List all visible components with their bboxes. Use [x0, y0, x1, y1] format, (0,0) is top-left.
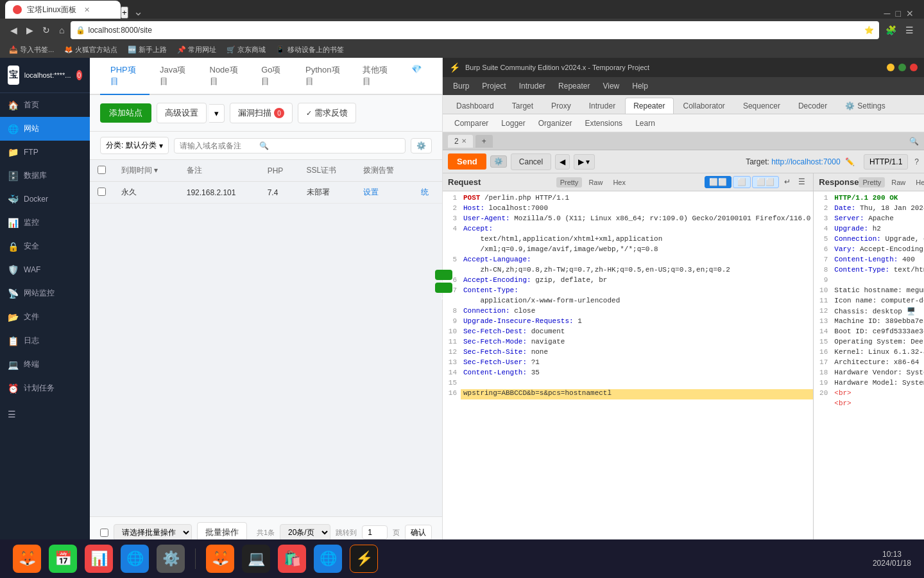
tab-intruder[interactable]: Intruder — [581, 98, 624, 114]
request-indent-icon[interactable]: ↵ — [782, 176, 793, 188]
gear-button[interactable]: ⚙️ — [490, 155, 507, 168]
sidebar-item-monitor[interactable]: 📊监控 — [0, 211, 90, 234]
taskbar-app-shop[interactable]: 🛍️ — [278, 545, 306, 573]
subtab-extensions[interactable]: Extensions — [578, 116, 629, 130]
response-tab-raw[interactable]: Raw — [887, 177, 909, 188]
taskbar-app-firefox2[interactable]: 🦊 — [206, 545, 234, 573]
reload-button[interactable]: ↻ — [40, 22, 53, 38]
sidebar-item-files[interactable]: 📂文件 — [0, 305, 90, 329]
taskbar-app-browser[interactable]: 🌐 — [121, 545, 149, 573]
search-icon[interactable]: 🔍 — [259, 141, 269, 150]
sidebar-item-webmon[interactable]: 📡网站监控 — [0, 281, 90, 305]
response-tab-pretty[interactable]: Pretty — [859, 177, 885, 188]
request-view-wrap[interactable]: ⬜⬜ — [752, 176, 779, 188]
repeater-search-icon[interactable]: 🔍 — [909, 137, 919, 146]
menu-view[interactable]: View — [597, 79, 624, 93]
new-tab-button[interactable]: + — [121, 6, 128, 19]
repeater-add-tab[interactable]: + — [475, 135, 493, 148]
minimize-button[interactable]: ─ — [884, 8, 891, 19]
bookmark-import[interactable]: 📥 导入书签... — [6, 44, 56, 56]
bookmark-newuser[interactable]: 🆕 新手上路 — [125, 44, 169, 56]
batch-action-select[interactable]: 请选择批量操作 — [114, 524, 192, 541]
next-request-button[interactable]: ▶ ▾ — [574, 154, 594, 170]
request-view-split[interactable]: ⬜⬜ — [705, 176, 732, 188]
bookmark-mobile[interactable]: 📱 移动设备上的书签 — [273, 44, 346, 56]
request-tab-raw[interactable]: Raw — [585, 177, 606, 188]
burp-minimize-button[interactable] — [887, 64, 894, 71]
menu-repeater[interactable]: Repeater — [553, 79, 595, 93]
burp-close-button[interactable] — [910, 64, 918, 71]
customer-service-button[interactable]: 客服 — [435, 270, 452, 280]
sidebar-item-logs[interactable]: 📋日志 — [0, 329, 90, 353]
sidebar-item-terminal[interactable]: 💻终端 — [0, 353, 90, 376]
tab-decoder[interactable]: Decoder — [790, 98, 835, 114]
page-jump-input[interactable] — [362, 525, 388, 539]
browser-tab[interactable]: 宝塔Linux面板 ✕ — [5, 1, 121, 19]
batch-checkbox[interactable] — [100, 529, 108, 537]
repeater-tab-2[interactable]: 2 ✕ — [448, 135, 473, 148]
subtab-logger[interactable]: Logger — [495, 116, 531, 130]
target-edit-icon[interactable]: ✏️ — [845, 157, 855, 166]
taskbar-app-calendar[interactable]: 📅 — [49, 545, 77, 573]
page-confirm-button[interactable]: 确认 — [405, 525, 432, 541]
send-button[interactable]: Send — [448, 153, 486, 170]
tab-dashboard[interactable]: Dashboard — [448, 98, 502, 114]
tab-sequencer[interactable]: Sequencer — [735, 98, 789, 114]
sidebar-item-more[interactable]: ☰ — [0, 403, 90, 426]
http-help-icon[interactable]: ? — [914, 157, 919, 166]
tab-java[interactable]: Java项目 — [150, 58, 200, 95]
taskbar-app-settings[interactable]: ⚙️ — [157, 545, 185, 573]
close-button[interactable]: ✕ — [906, 8, 914, 19]
forward-button[interactable]: ▶ — [24, 22, 36, 38]
bookmark-jd[interactable]: 🛒 京东商城 — [224, 44, 268, 56]
subtab-learn[interactable]: Learn — [629, 116, 662, 130]
taskbar-app-terminal[interactable]: 💻 — [242, 545, 270, 573]
tab-python[interactable]: Python项目 — [295, 58, 352, 95]
subtab-comparer[interactable]: Comparer — [448, 116, 495, 130]
taskbar-app-burp[interactable]: ⚡ — [350, 545, 378, 573]
tab-php[interactable]: PHP项目 — [100, 58, 150, 95]
review-button[interactable]: 评 — [435, 283, 452, 293]
tab-diamond[interactable]: 💎 — [401, 58, 432, 95]
select-all-checkbox[interactable] — [98, 166, 106, 174]
menu-project[interactable]: Project — [477, 79, 511, 93]
taskbar-app-web[interactable]: 🌐 — [314, 545, 342, 573]
tab-collaborator[interactable]: Collaborator — [675, 98, 733, 114]
request-tab-pretty[interactable]: Pretty — [556, 177, 583, 188]
cancel-button[interactable]: Cancel — [511, 153, 551, 170]
sidebar-item-docker[interactable]: 🐳Docker — [0, 188, 90, 211]
request-tab-hex[interactable]: Hex — [609, 177, 629, 188]
tab-node[interactable]: Node项目 — [200, 58, 252, 95]
advanced-settings-dropdown[interactable]: ▾ — [209, 104, 225, 123]
tab-menu-button[interactable]: ⌄ — [133, 4, 143, 19]
search-field[interactable] — [180, 141, 257, 150]
category-filter[interactable]: 分类: 默认分类 ▾ — [100, 137, 169, 154]
subtab-organizer[interactable]: Organizer — [532, 116, 579, 130]
sidebar-item-cron[interactable]: ⏰计划任务 — [0, 376, 90, 400]
http-version[interactable]: HTTP/1.1 — [864, 154, 908, 170]
table-settings-button[interactable]: ⚙️ — [411, 138, 432, 153]
taskbar-app-files[interactable]: 📊 — [85, 545, 113, 573]
tab-settings[interactable]: ⚙️Settings — [837, 98, 893, 114]
sidebar-item-waf[interactable]: 🛡️WAF — [0, 258, 90, 281]
request-code-area[interactable]: 1 POST /perlin.php HTTP/1.1 2 Host: loca… — [443, 191, 813, 541]
burp-maximize-button[interactable] — [898, 64, 906, 71]
sidebar-item-website[interactable]: 🌐网站 — [0, 117, 90, 141]
tab-other[interactable]: 其他项目 — [352, 58, 401, 95]
menu-burp[interactable]: Burp — [448, 79, 474, 93]
bookmark-firefox[interactable]: 🦊 火狐官方站点 — [62, 44, 120, 56]
extensions-button[interactable]: 🧩 — [883, 22, 899, 38]
menu-intruder[interactable]: Intruder — [514, 79, 551, 93]
home-button[interactable]: ⌂ — [56, 22, 67, 38]
response-code-area[interactable]: 1 HTTP/1.1 200 OK 2 Date: Thu, 18 Jan 20… — [814, 191, 924, 541]
request-menu-icon[interactable]: ☰ — [796, 176, 808, 188]
advanced-settings-button[interactable]: 高级设置 — [157, 103, 207, 123]
maximize-button[interactable]: □ — [896, 8, 901, 19]
sidebar-item-db[interactable]: 🗄️数据库 — [0, 164, 90, 188]
sidebar-item-security[interactable]: 🔒安全 — [0, 234, 90, 258]
tab-close-button[interactable]: ✕ — [84, 6, 90, 14]
taskbar-app-firefox[interactable]: 🦊 — [13, 545, 41, 573]
sidebar-item-home[interactable]: 🏠首页 — [0, 93, 90, 117]
request-view-single[interactable]: ⬜ — [733, 176, 751, 188]
bookmark-common[interactable]: 📌 常用网址 — [175, 44, 219, 56]
